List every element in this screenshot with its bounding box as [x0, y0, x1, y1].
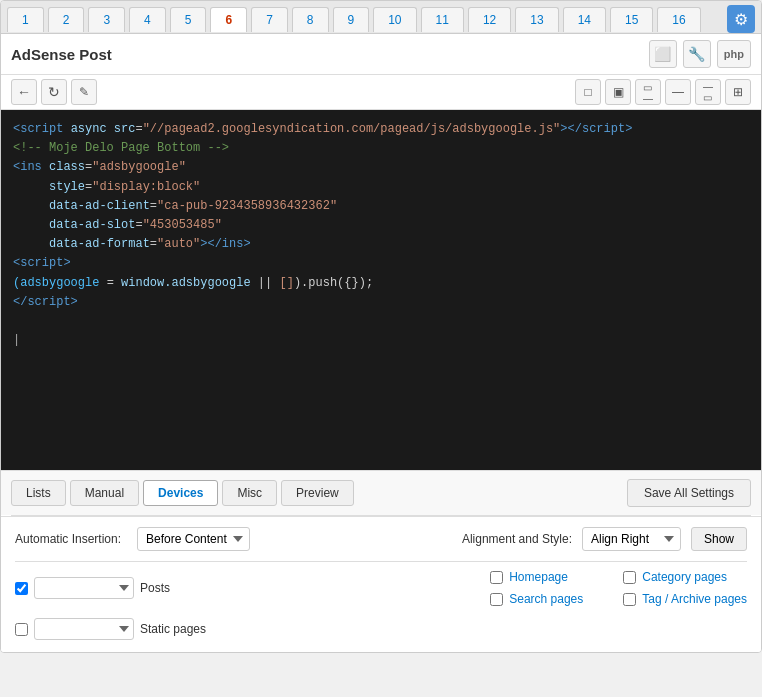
category-link[interactable]: Category pages: [642, 570, 727, 584]
bottom-tabs: Lists Manual Devices Misc Preview Save A…: [1, 470, 761, 515]
align-top-icon[interactable]: ▭—: [635, 79, 661, 105]
static-label: Static pages: [140, 622, 206, 636]
tag-link[interactable]: Tag / Archive pages: [642, 592, 747, 606]
tab-15[interactable]: 15: [610, 7, 653, 32]
page-title: AdSense Post: [11, 46, 112, 63]
code-line-9: (adsbygoogle = window.adsbygoogle || [])…: [13, 274, 749, 293]
tab-13[interactable]: 13: [515, 7, 558, 32]
rect-icon[interactable]: ▣: [605, 79, 631, 105]
auto-insertion-select[interactable]: Before Content After Content Disabled: [137, 527, 250, 551]
toolbar2-left: ← ↻ ✎: [11, 79, 97, 105]
posts-checkbox[interactable]: [15, 582, 28, 595]
redo-icon[interactable]: ↻: [41, 79, 67, 105]
lists-tab[interactable]: Lists: [11, 480, 66, 506]
tab-16[interactable]: 16: [657, 7, 700, 32]
tab-3[interactable]: 3: [88, 7, 125, 32]
settings-row-1: Automatic Insertion: Before Content Afte…: [15, 527, 747, 551]
tab-4[interactable]: 4: [129, 7, 166, 32]
code-line-4: style="display:block": [13, 178, 749, 197]
right-checks-col1: Homepage Search pages: [490, 570, 583, 606]
settings-right: Alignment and Style: Align Right Align L…: [462, 527, 747, 551]
toolbar-right: ⬜ 🔧 php: [649, 40, 751, 68]
code-line-7: data-ad-format="auto"></ins>: [13, 235, 749, 254]
tab-8[interactable]: 8: [292, 7, 329, 32]
homepage-item: Homepage: [490, 570, 583, 584]
tab-10[interactable]: 10: [373, 7, 416, 32]
grid-icon[interactable]: ⊞: [725, 79, 751, 105]
tag-item: Tag / Archive pages: [623, 592, 747, 606]
devices-tab[interactable]: Devices: [143, 480, 218, 506]
manual-tab[interactable]: Manual: [70, 480, 139, 506]
tab-7[interactable]: 7: [251, 7, 288, 32]
main-container: 1 2 3 4 5 6 7 8 9 10 11 12 13 14 15 16 ⚙…: [0, 0, 762, 653]
category-checkbox[interactable]: [623, 571, 636, 584]
tab-5[interactable]: 5: [170, 7, 207, 32]
settings-area: Automatic Insertion: Before Content Afte…: [1, 516, 761, 652]
code-line-8: <script>: [13, 254, 749, 273]
align-mid-icon[interactable]: —: [665, 79, 691, 105]
tab-14[interactable]: 14: [563, 7, 606, 32]
category-item: Category pages: [623, 570, 747, 584]
tab-6[interactable]: 6: [210, 7, 247, 32]
code-line-5: data-ad-client="ca-pub-9234358936432362": [13, 197, 749, 216]
edit-icon[interactable]: ✎: [71, 79, 97, 105]
code-line-1: <script async src="//pagead2.googlesyndi…: [13, 120, 749, 139]
code-line-2: <!-- Moje Delo Page Bottom -->: [13, 139, 749, 158]
save-all-button[interactable]: Save All Settings: [627, 479, 751, 507]
code-line-3: <ins class="adsbygoogle": [13, 158, 749, 177]
alignment-select[interactable]: Align Right Align Left Align Center No A…: [582, 527, 681, 551]
divider-2: [15, 561, 747, 562]
align-bottom-icon[interactable]: —▭: [695, 79, 721, 105]
wrench-icon[interactable]: 🔧: [683, 40, 711, 68]
square-icon[interactable]: □: [575, 79, 601, 105]
search-checkbox[interactable]: [490, 593, 503, 606]
static-checkbox[interactable]: [15, 623, 28, 636]
show-button[interactable]: Show: [691, 527, 747, 551]
posts-select[interactable]: [34, 577, 134, 599]
misc-tab[interactable]: Misc: [222, 480, 277, 506]
search-link[interactable]: Search pages: [509, 592, 583, 606]
tablet-icon[interactable]: ⬜: [649, 40, 677, 68]
toolbar-row2: ← ↻ ✎ □ ▣ ▭— — —▭ ⊞: [1, 75, 761, 110]
tab-12[interactable]: 12: [468, 7, 511, 32]
auto-insertion-label: Automatic Insertion:: [15, 532, 121, 546]
toolbar-row1: AdSense Post ⬜ 🔧 php: [1, 34, 761, 75]
tab-11[interactable]: 11: [421, 7, 464, 32]
tab-2[interactable]: 2: [48, 7, 85, 32]
code-editor[interactable]: <script async src="//pagead2.googlesyndi…: [1, 110, 761, 470]
tab-1[interactable]: 1: [7, 7, 44, 32]
search-item: Search pages: [490, 592, 583, 606]
homepage-checkbox[interactable]: [490, 571, 503, 584]
alignment-label: Alignment and Style:: [462, 532, 572, 546]
tag-checkbox[interactable]: [623, 593, 636, 606]
static-select[interactable]: [34, 618, 134, 640]
tab-bar: 1 2 3 4 5 6 7 8 9 10 11 12 13 14 15 16 ⚙: [1, 1, 761, 34]
toolbar2-right: □ ▣ ▭— — —▭ ⊞: [575, 79, 751, 105]
bottom-tabs-left: Lists Manual Devices Misc Preview: [11, 480, 354, 506]
toolbar-left: AdSense Post: [11, 46, 122, 63]
homepage-link[interactable]: Homepage: [509, 570, 568, 584]
code-line-6: data-ad-slot="453053485": [13, 216, 749, 235]
right-checks-col2: Category pages Tag / Archive pages: [623, 570, 747, 606]
settings-gear-icon[interactable]: ⚙: [727, 5, 755, 33]
preview-tab[interactable]: Preview: [281, 480, 354, 506]
code-cursor: |: [13, 331, 749, 350]
undo-icon[interactable]: ←: [11, 79, 37, 105]
posts-label: Posts: [140, 581, 170, 595]
php-button[interactable]: php: [717, 40, 751, 68]
tab-9[interactable]: 9: [333, 7, 370, 32]
code-line-10: </script>: [13, 293, 749, 312]
